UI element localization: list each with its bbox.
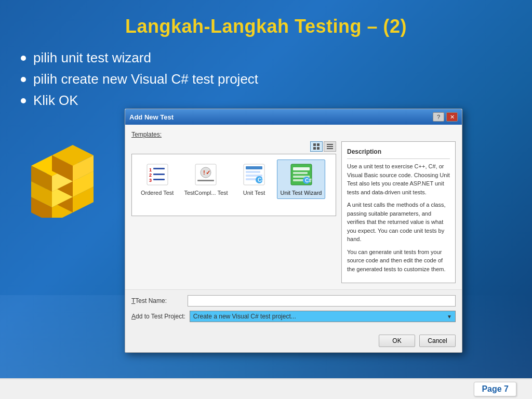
close-button[interactable]: ✕ bbox=[446, 112, 458, 122]
unit-test-icon: C# bbox=[242, 162, 267, 187]
svg-rect-41 bbox=[246, 178, 256, 180]
bullet-item-2: pilih create new Visual C# test project bbox=[21, 71, 511, 87]
add-to-project-select[interactable]: Create a new Visual C# test project... ▼ bbox=[190, 311, 456, 322]
unit-test-label: Unit Test bbox=[243, 189, 265, 196]
dialog-title: Add New Test bbox=[129, 113, 174, 121]
svg-rect-19 bbox=[317, 143, 320, 146]
ordered-test-label: Ordered Test bbox=[141, 189, 174, 196]
svg-rect-48 bbox=[293, 179, 303, 181]
dialog-titlebar: Add New Test ? ✕ bbox=[125, 109, 462, 125]
svg-text:C#: C# bbox=[258, 177, 264, 183]
dialog-main-area: 1 2 3 Ordered Test bbox=[131, 141, 456, 283]
dropdown-arrow-icon: ▼ bbox=[447, 314, 452, 320]
svg-text:!: ! bbox=[203, 169, 205, 176]
slide-title: Langkah-Langkah Testing – (2) bbox=[21, 10, 511, 50]
unit-test-wizard-label: Unit Test Wizard bbox=[281, 189, 322, 196]
test-name-label: TTest Name: bbox=[131, 297, 183, 304]
page-number: Page 7 bbox=[474, 382, 516, 396]
test-compl-icon: ! ✓ bbox=[193, 162, 218, 187]
svg-rect-31 bbox=[153, 179, 165, 180]
slide-content: Langkah-Langkah Testing – (2) pilih unit… bbox=[0, 0, 532, 399]
description-title: Description bbox=[347, 147, 450, 159]
dialog-footer: OK Cancel bbox=[125, 331, 462, 352]
svg-rect-24 bbox=[327, 148, 333, 149]
svg-rect-18 bbox=[313, 143, 316, 146]
help-button[interactable]: ? bbox=[433, 112, 444, 122]
bullet-item-1: pilih unit test wizard bbox=[21, 50, 511, 66]
add-new-test-dialog[interactable]: Add New Test ? ✕ Templates: bbox=[125, 109, 462, 353]
bullet-item-3: Klik OK bbox=[21, 92, 511, 109]
svg-rect-29 bbox=[153, 174, 165, 175]
cubes-decoration bbox=[21, 124, 125, 218]
unit-test-item[interactable]: C# Unit Test bbox=[235, 159, 274, 199]
grid-view-button[interactable] bbox=[310, 141, 323, 152]
test-name-row: TTest Name: bbox=[131, 295, 456, 307]
unit-test-wizard-item[interactable]: C# Unit Test Wizard bbox=[277, 159, 326, 199]
description-text-2: A unit test calls the methods of a class… bbox=[347, 201, 450, 244]
svg-rect-22 bbox=[327, 144, 333, 145]
svg-rect-45 bbox=[293, 167, 310, 170]
add-to-project-value: Create a new Visual C# test project... bbox=[193, 313, 296, 320]
svg-text:2: 2 bbox=[149, 172, 152, 178]
svg-rect-20 bbox=[313, 147, 316, 150]
test-compl-item[interactable]: ! ✓ TestCompl... Test bbox=[180, 159, 231, 199]
ordered-test-item[interactable]: 1 2 3 Ordered Test bbox=[137, 159, 177, 199]
svg-rect-39 bbox=[246, 171, 260, 173]
dialog-bottom-fields: TTest Name: Add to Test Project: Create … bbox=[125, 289, 462, 331]
description-panel: Description Use a unit test to exercise … bbox=[341, 141, 456, 283]
cancel-button[interactable]: Cancel bbox=[419, 335, 456, 347]
templates-grid: 1 2 3 Ordered Test bbox=[131, 154, 336, 216]
svg-rect-21 bbox=[317, 147, 320, 150]
svg-rect-36 bbox=[197, 180, 214, 181]
bullet-dot-1 bbox=[21, 56, 26, 61]
templates-section: 1 2 3 Ordered Test bbox=[131, 141, 336, 283]
svg-rect-27 bbox=[153, 168, 165, 169]
powerpoint-footer: Page 7 bbox=[0, 378, 532, 399]
bullet-dot-3 bbox=[21, 98, 26, 103]
bullet-dot-2 bbox=[21, 77, 26, 82]
unit-test-wizard-icon: C# bbox=[289, 162, 314, 187]
svg-text:✓: ✓ bbox=[206, 169, 210, 176]
svg-text:1: 1 bbox=[149, 167, 152, 172]
add-to-project-label: Add to Test Project: bbox=[131, 313, 185, 320]
svg-text:C#: C# bbox=[305, 178, 312, 183]
svg-rect-23 bbox=[327, 146, 333, 147]
bullet-list: pilih unit test wizard pilih create new … bbox=[21, 50, 511, 114]
description-text-1: Use a unit test to exercise C++, C#, or … bbox=[347, 162, 450, 196]
svg-rect-46 bbox=[293, 172, 308, 174]
svg-rect-38 bbox=[246, 166, 262, 169]
test-name-input[interactable] bbox=[188, 295, 456, 307]
svg-text:3: 3 bbox=[149, 178, 152, 183]
list-view-button[interactable] bbox=[324, 141, 336, 152]
description-text-3: You can generate unit tests from your so… bbox=[347, 248, 450, 274]
dialog-controls: ? ✕ bbox=[433, 112, 458, 122]
add-to-project-row: Add to Test Project: Create a new Visual… bbox=[131, 311, 456, 322]
view-toggle bbox=[131, 141, 336, 152]
ok-button[interactable]: OK bbox=[379, 335, 415, 347]
test-compl-label: TestCompl... Test bbox=[184, 189, 228, 196]
content-area: Add New Test ? ✕ Templates: bbox=[21, 124, 511, 378]
dialog-body: Templates: bbox=[125, 125, 462, 289]
ordered-test-icon: 1 2 3 bbox=[145, 162, 170, 187]
templates-label: Templates: bbox=[131, 131, 456, 138]
